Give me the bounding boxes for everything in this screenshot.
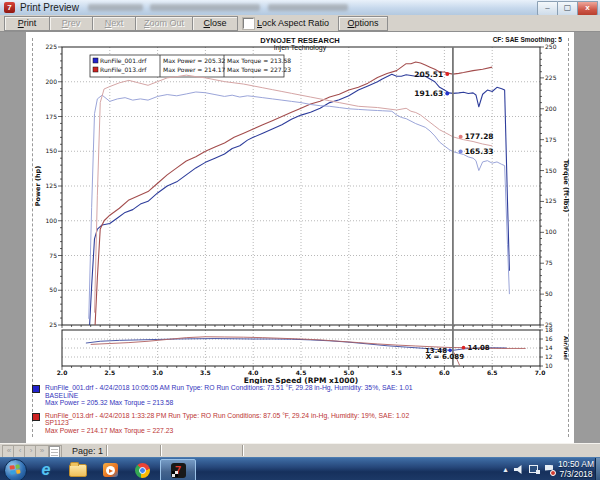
- network-icon[interactable]: [529, 465, 540, 474]
- folder-icon: [69, 464, 87, 477]
- svg-text:10: 10: [545, 362, 553, 369]
- svg-text:Max Power = 205.32: Max Power = 205.32: [163, 57, 225, 64]
- redacted-text: [150, 4, 260, 11]
- svg-text:12: 12: [545, 353, 553, 360]
- svg-text:Max Torque = 213.58: Max Torque = 213.58: [227, 57, 291, 65]
- svg-text:Max Torque = 227.23: Max Torque = 227.23: [227, 66, 291, 74]
- svg-text:6.5: 6.5: [487, 369, 498, 376]
- svg-text:6.0: 6.0: [439, 369, 450, 376]
- maximize-button[interactable]: ▢: [558, 1, 578, 16]
- svg-text:100: 100: [46, 217, 58, 224]
- svg-text:Air/Fuel: Air/Fuel: [563, 336, 569, 360]
- svg-text:205.51: 205.51: [414, 70, 443, 79]
- app-icon: 7: [4, 2, 15, 13]
- svg-text:50: 50: [49, 286, 57, 293]
- system-tray: ▲: [502, 458, 554, 480]
- statusbar-divider: [242, 445, 244, 456]
- screen: 7 Print Preview – ▢ x Print Prev Next Zo…: [0, 0, 600, 480]
- svg-text:100: 100: [545, 228, 557, 235]
- statusbar: Page: 1 «‹›»: [0, 443, 600, 458]
- run-summary-entry: RunFile_001.drf - 4/24/2018 10:05:05 AM …: [32, 384, 568, 407]
- svg-text:RunFile_013.drf: RunFile_013.drf: [100, 66, 147, 74]
- svg-text:200: 200: [545, 105, 557, 112]
- taskbar-item-winpep-active[interactable]: 7: [160, 459, 196, 480]
- redacted-text: [88, 4, 143, 11]
- svg-text:150: 150: [46, 147, 58, 154]
- notification-chevron-icon[interactable]: ▲: [502, 466, 509, 473]
- svg-text:125: 125: [46, 182, 58, 189]
- svg-text:5.5: 5.5: [391, 369, 402, 376]
- svg-text:14: 14: [545, 344, 553, 351]
- close-preview-button[interactable]: Close: [192, 16, 238, 31]
- svg-text:75: 75: [49, 252, 57, 259]
- minimize-button[interactable]: –: [537, 1, 558, 16]
- lock-aspect-ratio-checkbox[interactable]: [243, 18, 254, 29]
- show-desktop-button[interactable]: [595, 458, 600, 480]
- report-footer: RunFile_001.drf - 4/24/2018 10:05:05 AM …: [32, 384, 568, 439]
- svg-text:Torque (ft-lbs): Torque (ft-lbs): [562, 160, 570, 213]
- svg-text:Max Power = 214.17: Max Power = 214.17: [163, 66, 225, 73]
- svg-text:16: 16: [545, 335, 553, 342]
- statusbar-divider: [160, 445, 162, 456]
- svg-text:3.0: 3.0: [152, 369, 163, 376]
- print-button[interactable]: Print: [4, 16, 50, 31]
- taskbar-clock[interactable]: 10:50 AM 7/3/2018: [558, 460, 594, 479]
- options-button[interactable]: Options: [338, 16, 388, 31]
- run-color-swatch: [32, 385, 40, 393]
- action-center-flag-icon[interactable]: [545, 465, 554, 475]
- svg-text:4.0: 4.0: [248, 369, 259, 376]
- svg-text:175: 175: [46, 113, 58, 120]
- print-preview-toolbar: Print Prev Next Zoom Out Close Lock Aspe…: [0, 15, 600, 32]
- svg-text:25: 25: [49, 321, 57, 328]
- svg-text:5.0: 5.0: [343, 369, 354, 376]
- taskbar-item-media-player[interactable]: [96, 460, 124, 480]
- prev-page-button: Prev: [49, 16, 93, 31]
- start-button[interactable]: [4, 459, 27, 480]
- zoom-out-button: Zoom Out: [135, 16, 193, 31]
- svg-text:4.5: 4.5: [296, 369, 307, 376]
- window-title: Print Preview: [20, 2, 79, 13]
- svg-text:125: 125: [545, 197, 557, 204]
- close-window-button[interactable]: x: [578, 1, 598, 16]
- window-titlebar: 7 Print Preview – ▢ x: [0, 0, 600, 16]
- svg-text:165.33: 165.33: [465, 147, 494, 156]
- lock-aspect-ratio-label: Lock Aspect Ratio: [257, 18, 329, 28]
- svg-text:50: 50: [545, 290, 553, 297]
- svg-text:177.28: 177.28: [465, 132, 494, 141]
- svg-text:225: 225: [46, 43, 58, 50]
- svg-text:150: 150: [545, 167, 557, 174]
- svg-text:2.0: 2.0: [57, 369, 68, 376]
- taskbar-item-chrome[interactable]: [128, 460, 156, 480]
- svg-text:225: 225: [545, 74, 557, 81]
- svg-text:191.63: 191.63: [414, 89, 443, 98]
- run-color-swatch: [32, 413, 40, 421]
- taskbar-item-internet-explorer[interactable]: e: [32, 460, 60, 480]
- svg-text:Engine Speed (RPM x1000): Engine Speed (RPM x1000): [244, 376, 358, 384]
- svg-text:14.08: 14.08: [468, 344, 490, 352]
- svg-text:250: 250: [545, 43, 557, 50]
- winpep-dyno-icon: 7: [171, 463, 186, 478]
- next-page-button: Next: [92, 16, 136, 31]
- chrome-icon: [135, 463, 150, 478]
- taskbar-item-windows-explorer[interactable]: [64, 460, 92, 480]
- page-indicator: Page: 1: [72, 446, 103, 456]
- taskbar: e 7 ▲ 10:50 AM 7/3/2018: [0, 457, 600, 480]
- statusbar-divider: [106, 445, 108, 456]
- svg-text:3.5: 3.5: [200, 369, 211, 376]
- preview-area: DYNOJET RESEARCH Injen Technology CF: SA…: [0, 32, 600, 443]
- redacted-text: [268, 4, 348, 11]
- media-player-icon: [103, 463, 118, 477]
- svg-text:75: 75: [545, 259, 553, 266]
- dyno-report-chart: 2.02.53.03.54.04.55.05.56.06.57.02550751…: [26, 32, 574, 384]
- svg-text:175: 175: [545, 136, 557, 143]
- svg-text:7.0: 7.0: [535, 369, 546, 376]
- run-summary-text: RunFile_001.drf - 4/24/2018 10:05:05 AM …: [45, 384, 413, 407]
- svg-text:200: 200: [46, 78, 58, 85]
- windows-logo-icon: [9, 464, 20, 474]
- preview-page[interactable]: DYNOJET RESEARCH Injen Technology CF: SA…: [26, 32, 574, 443]
- svg-text:Power (hp): Power (hp): [34, 166, 42, 206]
- svg-text:RunFile_001.drf: RunFile_001.drf: [100, 57, 147, 65]
- speaker-icon[interactable]: [514, 465, 524, 474]
- internet-explorer-icon: e: [42, 461, 51, 479]
- run-summary-text: RunFile_013.drf - 4/24/2018 1:33:28 PM R…: [45, 412, 409, 435]
